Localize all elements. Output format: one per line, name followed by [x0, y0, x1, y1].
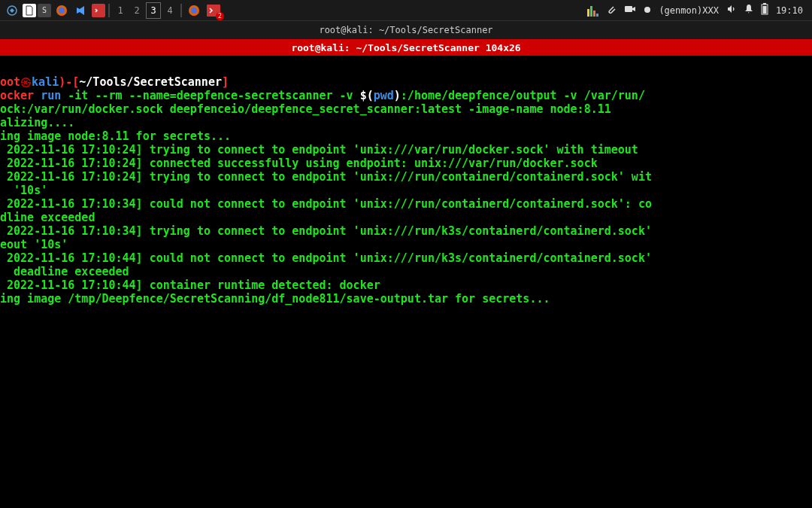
taskbar: S 1 2 3 4 2 (genm: [0, 0, 812, 21]
separator: [108, 4, 110, 17]
output-line: 2022-11-16 17:10:44] could not connect t…: [0, 251, 812, 265]
command-line-2: ock:/var/run/docker.sock deepfenceio/dee…: [0, 102, 812, 116]
workspace-2[interactable]: 2: [129, 2, 144, 19]
svg-point-8: [644, 7, 650, 13]
svg-point-5: [191, 8, 197, 14]
firefox-icon[interactable]: [53, 2, 71, 19]
battery-icon[interactable]: [761, 3, 768, 17]
recording-icon[interactable]: [644, 5, 651, 16]
prompt-line: oot㉿kali)-[~/Tools/SecretScanner]: [0, 75, 812, 89]
output-line: 2022-11-16 17:10:34] could not connect t…: [0, 197, 812, 211]
vscode-icon[interactable]: [72, 2, 90, 19]
output-line: 2022-11-16 17:10:24] trying to connect t…: [0, 143, 812, 157]
window-titlebar: root@kali: ~/Tools/SecretScanner: [0, 21, 812, 39]
dimension-bar: root@kali: ~/Tools/SecretScanner 104x26: [0, 39, 812, 56]
output-line: eout '10s': [0, 238, 812, 251]
firefox-icon-2[interactable]: [185, 2, 203, 19]
file-icon[interactable]: [23, 4, 36, 17]
sublime-icon[interactable]: S: [38, 4, 51, 17]
output-line: ing image node:8.11 for secrets...: [0, 129, 812, 143]
output-line: 2022-11-16 17:10:24] trying to connect t…: [0, 170, 812, 184]
svg-rect-11: [762, 6, 766, 14]
system-monitor-icon[interactable]: [587, 5, 598, 17]
taskbar-left: S 1 2 3 4 2: [3, 2, 587, 19]
svg-point-2: [59, 8, 65, 14]
attachment-icon[interactable]: [606, 4, 617, 17]
terminal-body[interactable]: oot㉿kali)-[~/Tools/SecretScanner] ocker …: [0, 56, 812, 508]
output-line: alizing....: [0, 116, 812, 129]
taskbar-right: (genmon)XXX 19:10: [587, 3, 809, 17]
workspace-1[interactable]: 1: [113, 2, 128, 19]
clock[interactable]: 19:10: [776, 5, 803, 16]
camera-icon[interactable]: [624, 5, 636, 16]
svg-rect-7: [625, 6, 632, 12]
output-line: 2022-11-16 17:10:34] trying to connect t…: [0, 224, 812, 238]
badge-count: 2: [216, 12, 224, 20]
separator: [180, 4, 182, 17]
workspace-4[interactable]: 4: [162, 2, 177, 19]
command-line-1: ocker run -it --rm --name=deepfence-secr…: [0, 89, 812, 102]
dimension-text: root@kali: ~/Tools/SecretScanner 104x26: [291, 42, 520, 53]
svg-rect-3: [93, 6, 104, 15]
output-line: dline exceeded: [0, 211, 812, 224]
terminal-icon[interactable]: [92, 4, 105, 17]
output-line: '10s': [0, 184, 812, 197]
window-title: root@kali: ~/Tools/SecretScanner: [319, 25, 492, 35]
bell-icon[interactable]: [744, 4, 753, 17]
volume-icon[interactable]: [726, 4, 737, 17]
terminal-active-icon[interactable]: 2: [205, 2, 223, 19]
genmon-label: (genmon)XXX: [659, 5, 718, 16]
workspace-3[interactable]: 3: [146, 2, 161, 19]
output-line: 2022-11-16 17:10:24] connected successfu…: [0, 157, 812, 170]
menu-icon[interactable]: [3, 2, 21, 19]
output-line: ing image /tmp/Deepfence/SecretScanning/…: [0, 292, 812, 306]
output-line: deadline exceeded: [0, 265, 812, 278]
output-line: 2022-11-16 17:10:44] container runtime d…: [0, 278, 812, 292]
